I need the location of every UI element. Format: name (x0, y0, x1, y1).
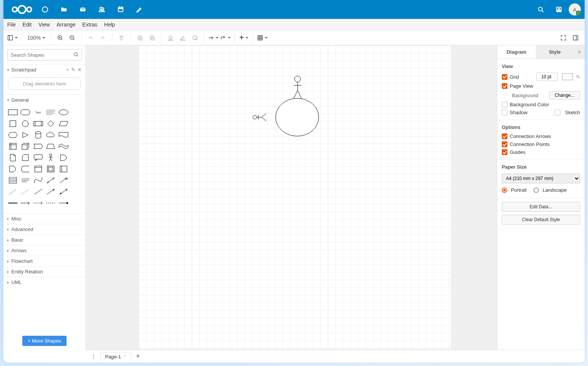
shape-card[interactable] (20, 154, 31, 162)
shape-trapezoid[interactable] (45, 142, 57, 150)
zoom-out-button[interactable] (67, 33, 78, 43)
edit-icon[interactable] (131, 1, 148, 18)
grid-color-swatch[interactable] (562, 73, 573, 80)
conn-arrows-checkbox[interactable] (502, 133, 507, 139)
shape-cube[interactable] (20, 142, 31, 150)
avatar[interactable]: A (569, 3, 581, 16)
zoom-dropdown[interactable]: 100% (26, 33, 47, 43)
to-back-button[interactable] (147, 33, 157, 43)
shadow-checkbox[interactable] (502, 110, 507, 115)
landscape-radio[interactable] (534, 188, 539, 193)
page-tab-1[interactable]: Page-1⌃ (100, 352, 131, 361)
shape-harrow2[interactable] (33, 199, 44, 207)
menu-arrange[interactable]: Arrange (57, 22, 76, 28)
shape-or[interactable] (58, 154, 69, 162)
shape-list[interactable] (7, 176, 19, 185)
clear-default-style-button[interactable]: Clear Default Style (502, 215, 580, 225)
shape-rect[interactable] (7, 108, 19, 116)
shape-cloud[interactable] (45, 131, 57, 139)
view-mode-dropdown[interactable] (7, 33, 18, 43)
shape-arrow[interactable] (58, 176, 69, 185)
diagram-actor-top[interactable] (294, 76, 301, 98)
scratchpad-close-icon[interactable]: ✕ (78, 67, 82, 73)
insert-dropdown[interactable]: + (239, 33, 249, 43)
scratchpad-header[interactable]: ▾ Scratchpad + ✎ ✕ (3, 65, 85, 75)
to-front-button[interactable] (135, 33, 145, 43)
search-icon[interactable] (532, 1, 549, 18)
shape-and[interactable] (7, 165, 19, 173)
section-arrows[interactable]: ▸Arrows (3, 245, 85, 256)
menu-help[interactable]: Help (104, 22, 115, 28)
redo-button[interactable] (98, 33, 108, 43)
sketch-checkbox[interactable] (555, 110, 560, 115)
connection-dropdown[interactable] (208, 33, 219, 43)
section-misc[interactable]: ▸Misc (3, 214, 85, 224)
diagram-ellipse[interactable] (276, 98, 319, 136)
fill-color-button[interactable] (165, 33, 176, 43)
conn-points-checkbox[interactable] (502, 141, 507, 147)
files-icon[interactable] (56, 1, 72, 18)
shape-harrow1[interactable] (20, 199, 31, 207)
menu-view[interactable]: View (39, 22, 50, 28)
contacts-icon[interactable] (93, 1, 110, 18)
table-dropdown[interactable] (257, 33, 268, 43)
scratchpad-edit-icon[interactable]: ✎ (71, 67, 75, 73)
nextcloud-logo[interactable] (10, 3, 34, 16)
section-general[interactable]: ▾General (3, 95, 85, 105)
diagram-actor-left[interactable] (253, 113, 266, 121)
close-format-panel[interactable]: ✕ (574, 45, 585, 59)
shape-line-arrow2[interactable] (58, 188, 69, 196)
shape-hline[interactable] (7, 199, 19, 207)
shape-connector[interactable] (58, 199, 69, 207)
add-page-button[interactable]: + (133, 351, 143, 362)
shape-textbox[interactable] (45, 108, 57, 116)
grid-size-input[interactable] (537, 73, 558, 81)
fullscreen-button[interactable] (558, 33, 569, 43)
pages-menu-icon[interactable]: ⋮ (88, 351, 99, 362)
shape-curve[interactable] (33, 176, 44, 185)
guides-checkbox[interactable] (502, 149, 507, 155)
menu-extras[interactable]: Extras (82, 22, 98, 28)
more-shapes-button[interactable]: + More Shapes (22, 336, 67, 346)
background-change-button[interactable]: Change... (549, 91, 580, 99)
line-color-button[interactable] (177, 33, 188, 43)
shape-parallelogram[interactable] (58, 119, 69, 128)
menu-edit[interactable]: Edit (23, 22, 32, 28)
shape-document[interactable] (58, 131, 69, 139)
shadow-button[interactable] (189, 33, 200, 43)
menu-file[interactable]: File (7, 22, 16, 28)
search-icon[interactable] (73, 52, 79, 58)
shape-line3[interactable] (33, 188, 44, 196)
tab-diagram[interactable]: Diagram (497, 45, 536, 59)
shape-dashed[interactable] (7, 188, 19, 196)
shape-container[interactable] (33, 165, 44, 173)
shape-hexagon[interactable] (7, 131, 19, 139)
bgcolor-checkbox[interactable] (502, 102, 507, 107)
papersize-select[interactable]: A4 (210 mm x 297 mm) (502, 174, 580, 183)
shape-actor[interactable] (45, 154, 57, 162)
shape-square[interactable] (7, 119, 19, 128)
edit-data-button[interactable]: Edit Data... (502, 202, 580, 212)
section-entity[interactable]: ▸Entity Relation (3, 267, 85, 277)
waypoint-dropdown[interactable] (220, 33, 231, 43)
pageview-checkbox[interactable] (502, 83, 507, 89)
section-advanced[interactable]: ▸Advanced (3, 224, 85, 234)
shape-frame[interactable] (45, 165, 57, 173)
paper[interactable] (139, 45, 451, 350)
shape-dotted[interactable] (20, 188, 31, 196)
shape-roundrect[interactable] (20, 108, 31, 116)
grid-checkbox[interactable] (502, 74, 507, 80)
format-panel-toggle[interactable] (570, 33, 581, 43)
shape-datastore[interactable] (20, 165, 31, 173)
shape-search-input[interactable] (7, 49, 82, 60)
mail-icon[interactable] (74, 1, 91, 18)
shape-circle[interactable] (20, 119, 31, 128)
delete-button[interactable] (116, 33, 127, 43)
shape-cylinder[interactable] (33, 131, 44, 139)
shape-note[interactable] (7, 154, 19, 162)
tab-style[interactable]: Style (536, 45, 574, 59)
shape-bidir-arrow[interactable] (45, 176, 57, 185)
shape-hcontainer[interactable] (58, 165, 69, 173)
shape-harrow3[interactable] (45, 199, 57, 207)
scratchpad-add-icon[interactable]: + (66, 67, 69, 73)
